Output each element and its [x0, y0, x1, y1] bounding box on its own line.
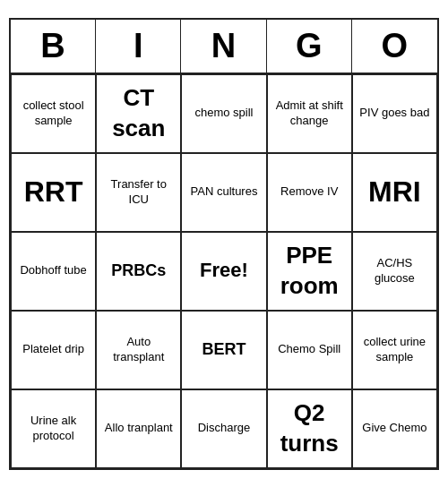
bingo-cell-23: Q2 turns [267, 389, 352, 468]
bingo-cell-19: collect urine sample [352, 311, 437, 389]
bingo-cell-18: Chemo Spill [267, 311, 352, 389]
bingo-header: BINGO [11, 20, 437, 74]
bingo-cell-1: CT scan [96, 74, 181, 153]
bingo-card: BINGO collect stool sampleCT scanchemo s… [9, 18, 439, 470]
bingo-cell-10: Dobhoff tube [11, 232, 96, 311]
header-letter-O: O [352, 20, 437, 73]
bingo-grid: collect stool sampleCT scanchemo spillAd… [11, 74, 437, 468]
bingo-cell-14: AC/HS glucose [352, 232, 437, 311]
bingo-cell-17: BERT [181, 311, 266, 389]
bingo-cell-0: collect stool sample [11, 74, 96, 153]
bingo-cell-9: MRI [352, 153, 437, 232]
bingo-cell-12: Free! [181, 232, 266, 311]
bingo-cell-4: PIV goes bad [352, 74, 437, 153]
bingo-cell-16: Auto transplant [96, 311, 181, 389]
header-letter-B: B [11, 20, 96, 73]
bingo-cell-6: Transfer to ICU [96, 153, 181, 232]
bingo-cell-20: Urine alk protocol [11, 389, 96, 468]
bingo-cell-2: chemo spill [181, 74, 266, 153]
header-letter-I: I [96, 20, 181, 73]
bingo-cell-11: PRBCs [96, 232, 181, 311]
bingo-cell-5: RRT [11, 153, 96, 232]
header-letter-G: G [267, 20, 352, 73]
header-letter-N: N [181, 20, 266, 73]
bingo-cell-24: Give Chemo [352, 389, 437, 468]
bingo-cell-8: Remove IV [267, 153, 352, 232]
bingo-cell-7: PAN cultures [181, 153, 266, 232]
bingo-cell-15: Platelet drip [11, 311, 96, 389]
bingo-cell-3: Admit at shift change [267, 74, 352, 153]
bingo-cell-22: Discharge [181, 389, 266, 468]
bingo-cell-21: Allo tranplant [96, 389, 181, 468]
bingo-cell-13: PPE room [267, 232, 352, 311]
